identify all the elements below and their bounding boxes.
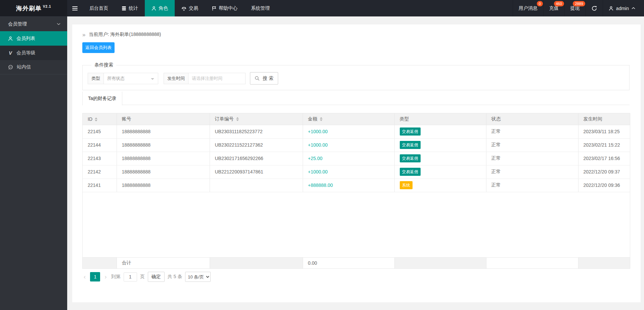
content-card: » 当前用户: 海外刷单(18888888888) 返回会员列表 条件搜索 类型…: [72, 24, 641, 302]
finance-table: ID 账号 订单编号 金额 类型 状态 发生时间: [82, 113, 630, 269]
nav-item-user-messages[interactable]: 用户消息 0: [513, 0, 543, 16]
sidebar: 会员管理 会员列表 V 会员等级 站内信: [0, 16, 67, 310]
type-label: 类型: [88, 73, 104, 84]
refresh-icon: [592, 6, 597, 11]
totals-table: 合计 0.00: [83, 257, 630, 269]
confirm-page-button[interactable]: 确定: [148, 272, 165, 282]
nav-item-help[interactable]: 帮助中心: [205, 0, 244, 16]
nav-item-stats[interactable]: 统计: [115, 0, 145, 16]
type-select[interactable]: 所有状态: [103, 73, 158, 84]
cell-time: 2022/12/20 09:36: [578, 178, 630, 192]
finance-table-grid: ID 账号 订单编号 金额 类型 状态 发生时间: [83, 113, 630, 192]
search-form-row: 类型 所有状态 发生时间 搜 索: [88, 72, 624, 85]
table-row: 22145 18888888888 UB2303111825223772 +10…: [83, 125, 630, 138]
breadcrumb-current-user: 当前用户: 海外刷单(18888888888): [89, 32, 161, 38]
user-avatar-icon: [609, 6, 613, 11]
caret-up-icon: [632, 7, 635, 9]
flag-icon: [212, 6, 216, 11]
column-header-type: 类型: [394, 113, 486, 125]
cell-id: 22142: [83, 165, 117, 178]
search-button[interactable]: 搜 索: [250, 72, 278, 85]
totals-amount: 0.00: [303, 257, 394, 268]
next-page-button[interactable]: ›: [103, 273, 108, 280]
level-v-icon: V: [8, 50, 13, 56]
cell-amount: +1000.00: [303, 138, 394, 152]
column-header-id[interactable]: ID: [83, 113, 117, 125]
withdraw-count-badge: 2889: [573, 1, 585, 6]
person-icon: [8, 36, 13, 41]
prev-page-button[interactable]: ‹: [82, 273, 87, 280]
sidebar-group-member-management[interactable]: 会员管理: [0, 17, 67, 31]
cell-account: 18888888888: [117, 138, 210, 152]
table-row: 22143 18888888888 UB2302171656292266 +25…: [83, 152, 630, 165]
sort-icon[interactable]: [320, 117, 323, 121]
nav-item-dashboard[interactable]: 后台首页: [83, 0, 115, 16]
cell-status: 正常: [486, 165, 578, 178]
table-empty-area: [83, 192, 630, 257]
type-badge: 交易返佣: [400, 154, 421, 162]
current-page-button[interactable]: 1: [90, 272, 100, 281]
type-badge: 交易返佣: [400, 168, 421, 176]
cell-type: 交易返佣: [394, 138, 486, 152]
cell-account: 18888888888: [117, 152, 210, 165]
cell-amount: +888888.00: [303, 178, 394, 192]
nav-item-recharge[interactable]: 充值 460: [543, 0, 564, 16]
user-menu[interactable]: admin: [603, 0, 644, 16]
select-dropdown-icon: [151, 78, 154, 82]
search-legend: 条件搜索: [91, 62, 116, 68]
column-header-amount[interactable]: 金额: [303, 113, 394, 125]
cell-amount: +1000.00: [303, 165, 394, 178]
hamburger-icon: [72, 6, 78, 11]
cell-order-no: [210, 178, 303, 192]
nav-item-withdraw[interactable]: 提现 2889: [564, 0, 586, 16]
main-nav: 后台首页 统计 角色 交易 帮助中心 系统管理: [67, 0, 276, 16]
cell-account: 18888888888: [117, 165, 210, 178]
tab-finance-records[interactable]: Ta的财务记录: [82, 92, 122, 105]
cell-id: 22143: [83, 152, 117, 165]
nav-item-role[interactable]: 角色: [145, 0, 175, 16]
refresh-button[interactable]: [586, 0, 603, 16]
type-badge: 交易返佣: [400, 141, 421, 149]
navbar-right: 用户消息 0 充值 460 提现 2889 admin: [513, 0, 644, 16]
time-label: 发生时间: [164, 73, 188, 84]
page-size-select[interactable]: 10 条/页: [185, 272, 211, 282]
app-version: V2.1: [43, 5, 51, 8]
column-header-account: 账号: [117, 113, 210, 125]
breadcrumb: » 当前用户: 海外刷单(18888888888): [82, 31, 630, 39]
nav-item-system[interactable]: 系统管理: [244, 0, 276, 16]
cell-id: 22145: [83, 125, 117, 138]
cell-time: 2023/02/21 15:22: [578, 138, 630, 152]
column-header-status: 状态: [486, 113, 578, 125]
goto-unit-label: 页: [140, 274, 145, 280]
main-area: » 当前用户: 海外刷单(18888888888) 返回会员列表 条件搜索 类型…: [67, 16, 644, 310]
cell-order-no: UB2303111825223772: [210, 125, 303, 138]
back-to-member-list-button[interactable]: 返回会员列表: [82, 42, 115, 53]
search-icon: [255, 76, 260, 81]
tab-bar: Ta的财务记录: [82, 92, 630, 105]
messages-count-badge: 0: [537, 1, 543, 6]
sidebar-item-member-list[interactable]: 会员列表: [0, 31, 67, 46]
goto-label: 到第: [111, 274, 121, 280]
cell-account: 18888888888: [117, 125, 210, 138]
database-icon: [122, 6, 126, 11]
time-input[interactable]: [188, 73, 246, 84]
column-header-time: 发生时间: [578, 113, 630, 125]
cell-time: 2022/12/20 09:37: [578, 165, 630, 178]
cell-order-no: UB2212200937147861: [210, 165, 303, 178]
sidebar-toggle-button[interactable]: [67, 0, 83, 16]
goto-page-input[interactable]: [124, 272, 137, 281]
sort-icon[interactable]: [236, 117, 239, 121]
cell-status: 正常: [486, 152, 578, 165]
sidebar-item-member-level[interactable]: V 会员等级: [0, 46, 67, 60]
app-logo: 海外刷单 V2.1: [0, 0, 67, 16]
totals-label: 合计: [117, 257, 210, 268]
sidebar-item-site-mail[interactable]: 站内信: [0, 60, 67, 74]
table-header-row: ID 账号 订单编号 金额 类型 状态 发生时间: [83, 113, 630, 125]
sort-icon[interactable]: [95, 117, 97, 121]
recharge-count-badge: 460: [554, 1, 564, 6]
cell-amount: +25.00: [303, 152, 394, 165]
column-header-order-no[interactable]: 订单编号: [210, 113, 303, 125]
username: admin: [616, 6, 629, 11]
nav-item-trade[interactable]: 交易: [175, 0, 205, 16]
cell-time: 2023/02/17 16:56: [578, 152, 630, 165]
